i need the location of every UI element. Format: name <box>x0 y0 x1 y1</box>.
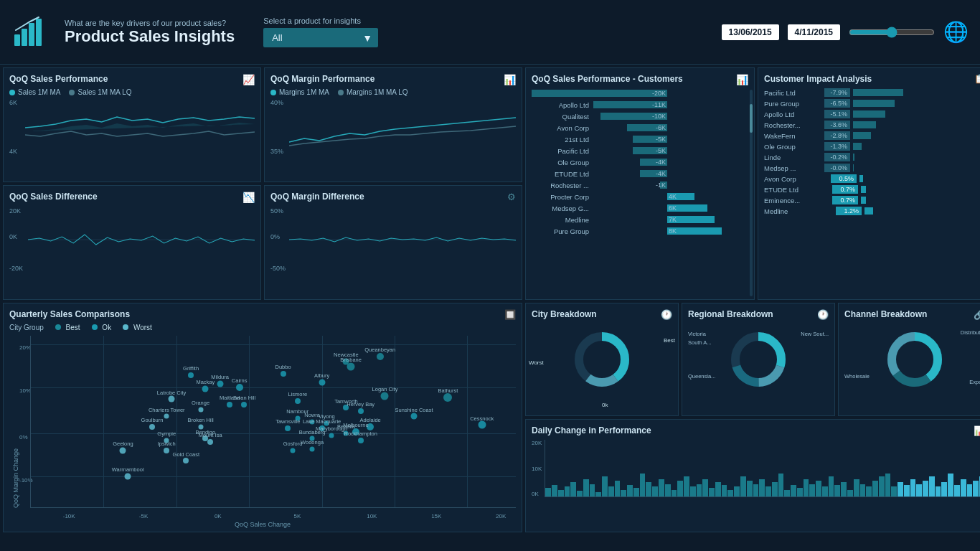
scatter-dot <box>198 424 203 429</box>
channel-panel: Channel Breakdown 🔗 Distributor Export W… <box>838 303 980 416</box>
qoq-sales-chart: 6K 4K <box>9 99 255 164</box>
daily-bar <box>834 485 840 496</box>
product-dropdown[interactable]: All <box>263 28 378 47</box>
customer-bar: -6K <box>592 123 743 133</box>
daily-bar <box>973 481 979 496</box>
product-selector: Select a product for insights All ▼ <box>263 17 378 47</box>
cia-value: -6.5% <box>824 99 850 108</box>
regional-donut: Victoria South A... Queensla... New Sout… <box>688 324 829 395</box>
scatter-dot <box>352 428 359 435</box>
city-panel: City Breakdown 🕐 Worst Best 0k <box>525 303 679 416</box>
daily-bar <box>941 482 947 496</box>
qoq-sales-diff-chart: 20K 0K -20K <box>9 207 255 272</box>
customers-scrollbar[interactable] <box>750 90 753 296</box>
date-slider[interactable] <box>849 27 935 38</box>
cia-name: Avon Corp <box>764 175 821 183</box>
logo <box>11 14 47 50</box>
customer-value-neg: -5K <box>656 136 666 143</box>
cia-bars: Pacific Ltd -7.9% Pure Group -6.5% Apoll… <box>764 88 980 215</box>
cia-value: -5.1% <box>824 110 850 118</box>
scatter-city-label: Nowra <box>304 412 320 418</box>
customers-bars: Eminence ... -20K Apollo Ltd -11K Qualit… <box>532 88 743 236</box>
cia-value: 0.7% <box>832 196 858 204</box>
customer-row: Procter Corp 4K <box>532 192 743 202</box>
cia-bar-neg <box>853 100 895 107</box>
scatter-dot <box>120 448 126 454</box>
scatter-city-label: Warrnambool <box>112 466 144 473</box>
customer-row: Medsep G... 6K <box>532 203 743 213</box>
cia-spacer <box>824 197 829 204</box>
cia-name: Eminence... <box>764 197 821 204</box>
qoq-sales-diff-icon: 📉 <box>242 192 255 203</box>
daily-bar <box>948 474 953 496</box>
daily-bar <box>841 482 847 496</box>
scatter-city-label: Lismore <box>288 391 307 397</box>
customer-bar: -11K <box>592 100 743 110</box>
scatter-dot <box>324 420 329 425</box>
qoq-sales-diff-panel: QoQ Sales Difference 📉 20K 0K -20K <box>3 185 261 300</box>
daily-bar <box>583 479 589 496</box>
daily-bar <box>545 488 551 496</box>
daily-bar <box>602 476 608 496</box>
qoq-margin-icon: 📊 <box>504 74 516 85</box>
city-donut-svg <box>570 327 634 392</box>
header-right: 13/06/2015 4/11/2015 🌐 <box>722 20 969 44</box>
header-subtitle: What are the key drivers of our product … <box>65 19 235 27</box>
scatter-dot <box>217 380 223 387</box>
scatter-dot <box>149 424 155 430</box>
qoq-sales-diff-title: QoQ Sales Difference <box>9 192 255 202</box>
cia-name: WakeFern <box>764 132 821 140</box>
scatter-dot <box>207 439 213 445</box>
customer-bar: -4K <box>592 169 743 179</box>
qoq-margin-panel: QoQ Margin Performance 📊 Margins 1M MA M… <box>264 67 522 182</box>
scatter-city-label: Latrobe City <box>157 390 186 396</box>
qoq-margin-title: QoQ Margin Performance <box>270 74 516 84</box>
cia-spacer <box>824 207 833 215</box>
daily-bar <box>929 476 935 496</box>
cia-bar-neg <box>853 89 903 96</box>
scatter-dot <box>285 425 291 431</box>
customer-name: Pure Group <box>532 227 589 235</box>
customers-icon: 📊 <box>736 74 748 85</box>
customer-value-neg: -6K <box>656 124 666 131</box>
customer-name: Qualitest <box>532 113 589 121</box>
daily-bar <box>684 476 689 496</box>
daily-bar <box>665 484 671 496</box>
svg-rect-3 <box>36 19 42 46</box>
cia-icon: 📋 <box>974 74 980 84</box>
daily-bar <box>936 486 941 496</box>
scatter-dot <box>411 413 418 420</box>
channel-title: Channel Breakdown <box>844 309 980 319</box>
regional-icon: 🕐 <box>817 309 829 320</box>
cia-value: -0.0% <box>824 164 850 172</box>
daily-bar <box>565 486 570 496</box>
customer-bar: -5K <box>592 146 743 156</box>
channel-label-distributor: Distributor <box>961 329 980 336</box>
cia-name: ETUDE Ltd <box>764 186 821 194</box>
daily-bar <box>697 484 702 496</box>
scatter-dot <box>291 448 296 453</box>
cia-row: Rochester... -3.6% <box>764 121 980 129</box>
customer-name: Pacific Ltd <box>532 147 589 155</box>
daily-bar <box>740 476 746 496</box>
scatter-city-label: Geelong <box>113 441 133 447</box>
regional-label-queensland: Queensla... <box>688 373 715 380</box>
cia-name: Linde <box>764 154 821 161</box>
svg-rect-1 <box>22 29 27 46</box>
customer-bar: -1K <box>592 180 743 190</box>
daily-bar <box>765 486 771 496</box>
customer-value-pos: 4K <box>669 193 677 200</box>
date-start: 13/06/2015 <box>722 24 779 40</box>
customer-row: Rochester ... -1K <box>532 180 743 190</box>
customer-bar: 7K <box>592 215 743 225</box>
scatter-city-label: Bendigo <box>196 429 216 435</box>
scatter-city-label: Goulburn <box>141 417 164 423</box>
quarterly-icon: 🔲 <box>504 309 516 320</box>
customers-scrollbar-thumb[interactable] <box>750 104 753 133</box>
cia-name: Rochester... <box>764 121 821 129</box>
city-title: City Breakdown <box>532 309 672 319</box>
daily-bar <box>904 485 910 496</box>
cia-name: Pure Group <box>764 100 821 108</box>
customer-value-neg: -11K <box>652 101 666 108</box>
daily-bar <box>753 484 759 496</box>
